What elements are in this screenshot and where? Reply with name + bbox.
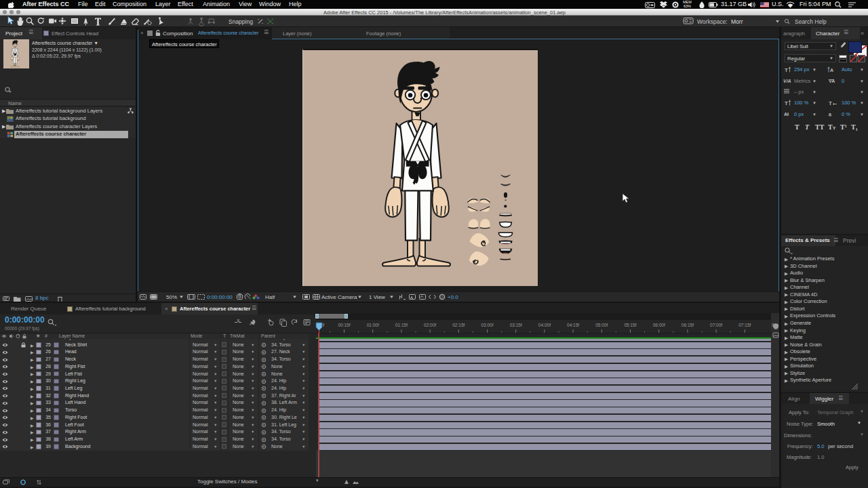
svg-text:V/A: V/A — [783, 79, 791, 83]
svg-text:▼: ▼ — [812, 68, 816, 72]
svg-text:03:15f: 03:15f — [510, 323, 522, 327]
svg-text:04:00f: 04:00f — [538, 323, 551, 327]
svg-text:07:00f: 07:00f — [710, 323, 722, 327]
svg-text:02:00f: 02:00f — [424, 323, 436, 327]
svg-text:05:00f: 05:00f — [595, 323, 608, 327]
svg-text:▼: ▼ — [860, 101, 864, 105]
svg-text:Active Camera: Active Camera — [321, 294, 357, 300]
svg-text:▼: ▼ — [812, 113, 816, 117]
svg-text:▼: ▼ — [812, 79, 816, 83]
svg-text:Auto: Auto — [842, 66, 852, 73]
svg-text:A: A — [830, 68, 833, 73]
svg-text:TT: TT — [815, 123, 825, 131]
svg-text:▼: ▼ — [812, 101, 816, 105]
svg-text:TT: TT — [828, 123, 836, 131]
svg-text:01:00f: 01:00f — [367, 323, 379, 327]
svg-text:Metrics: Metrics — [794, 78, 810, 84]
svg-text:0:00:00:00: 0:00:00:00 — [207, 294, 233, 300]
svg-text:T: T — [805, 123, 810, 131]
svg-text:▼: ▼ — [860, 113, 864, 117]
svg-text:1 View: 1 View — [369, 294, 385, 300]
svg-text:06:15f: 06:15f — [682, 323, 694, 327]
svg-text:00:15f: 00:15f — [338, 323, 350, 327]
svg-text:▼: ▼ — [860, 68, 864, 72]
svg-text:T: T — [795, 123, 800, 131]
svg-text:▼: ▼ — [860, 90, 864, 94]
svg-text:03:00f: 03:00f — [481, 323, 493, 327]
svg-text:▼: ▼ — [860, 79, 864, 83]
svg-text:01:15f: 01:15f — [395, 323, 408, 327]
svg-text:T: T — [785, 100, 788, 106]
svg-text:Workspace:: Workspace: — [697, 18, 728, 24]
svg-text:07:15f: 07:15f — [738, 323, 751, 327]
svg-text:T: T — [829, 100, 832, 106]
svg-text:0 px: 0 px — [794, 111, 804, 117]
svg-text:T1: T1 — [851, 123, 858, 131]
svg-text:04:15f: 04:15f — [567, 323, 579, 327]
svg-text:Search Help: Search Help — [795, 18, 827, 24]
svg-text:0: 0 — [842, 78, 844, 84]
svg-text:a̲: a̲ — [829, 112, 832, 117]
svg-text:Snapping: Snapping — [229, 18, 253, 24]
svg-text:VA: VA — [829, 79, 835, 83]
svg-text:+0.0: +0.0 — [448, 294, 458, 300]
svg-text:02:15f: 02:15f — [452, 323, 465, 327]
svg-text:06:00f: 06:00f — [653, 323, 665, 327]
svg-text:– px: – px — [794, 89, 804, 95]
svg-text:100 %: 100 % — [794, 100, 809, 106]
svg-text:254 px: 254 px — [794, 66, 810, 73]
svg-text:50%: 50% — [166, 294, 177, 300]
svg-text:05:15f: 05:15f — [624, 323, 636, 327]
svg-text:0 %: 0 % — [842, 111, 850, 117]
svg-text:T: T — [785, 67, 788, 73]
svg-text:Half: Half — [265, 294, 275, 300]
svg-text:AƗ: AƗ — [784, 112, 789, 117]
svg-text:▼: ▼ — [812, 90, 816, 94]
svg-text:T1: T1 — [840, 123, 847, 131]
svg-text:100 %: 100 % — [842, 100, 856, 106]
svg-text:Morr: Morr — [731, 18, 743, 24]
